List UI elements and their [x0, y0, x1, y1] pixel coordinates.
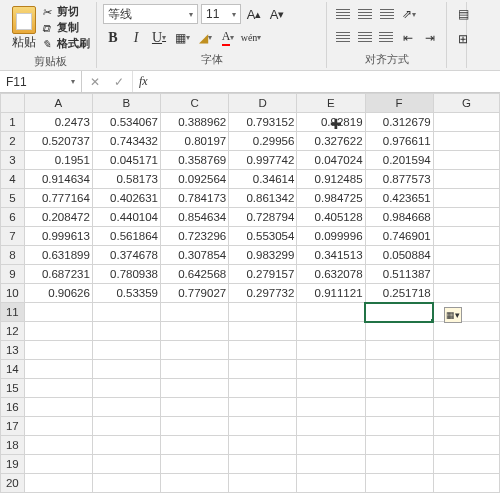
- cell-B13[interactable]: [92, 341, 160, 360]
- cell-B14[interactable]: [92, 360, 160, 379]
- cell-G2[interactable]: [433, 132, 499, 151]
- italic-button[interactable]: I: [126, 28, 146, 48]
- cell-G10[interactable]: [433, 284, 499, 303]
- format-painter-button[interactable]: ✎格式刷: [42, 36, 90, 51]
- cell-A16[interactable]: [24, 398, 92, 417]
- cell-C9[interactable]: 0.642568: [161, 265, 229, 284]
- merge-button[interactable]: ⊞: [453, 29, 473, 49]
- cell-E12[interactable]: [297, 322, 365, 341]
- cell-G17[interactable]: [433, 417, 499, 436]
- cell-E19[interactable]: [297, 455, 365, 474]
- copy-button[interactable]: ⧉复制: [42, 20, 90, 35]
- cell-B7[interactable]: 0.561864: [92, 227, 160, 246]
- bold-button[interactable]: B: [103, 28, 123, 48]
- cell-F11[interactable]: [365, 303, 433, 322]
- cell-A8[interactable]: 0.631899: [24, 246, 92, 265]
- cell-E2[interactable]: 0.327622: [297, 132, 365, 151]
- name-box[interactable]: F11▾: [0, 71, 82, 92]
- row-header-5[interactable]: 5: [1, 189, 25, 208]
- indent-right-button[interactable]: ⇥: [420, 28, 440, 48]
- cell-A20[interactable]: [24, 474, 92, 493]
- row-header-4[interactable]: 4: [1, 170, 25, 189]
- cell-E16[interactable]: [297, 398, 365, 417]
- cell-G18[interactable]: [433, 436, 499, 455]
- formula-bar[interactable]: [154, 71, 500, 92]
- cell-D20[interactable]: [229, 474, 297, 493]
- cell-D12[interactable]: [229, 322, 297, 341]
- align-top-button[interactable]: [333, 4, 353, 24]
- cell-A10[interactable]: 0.90626: [24, 284, 92, 303]
- cell-F2[interactable]: 0.976611: [365, 132, 433, 151]
- font-name-select[interactable]: 等线▾: [103, 4, 198, 24]
- cell-D7[interactable]: 0.553054: [229, 227, 297, 246]
- cell-G3[interactable]: [433, 151, 499, 170]
- paste-options-button[interactable]: ▦▾: [444, 307, 462, 323]
- row-header-8[interactable]: 8: [1, 246, 25, 265]
- cell-E7[interactable]: 0.099996: [297, 227, 365, 246]
- cell-G4[interactable]: [433, 170, 499, 189]
- row-header-6[interactable]: 6: [1, 208, 25, 227]
- cell-E6[interactable]: 0.405128: [297, 208, 365, 227]
- cell-G9[interactable]: [433, 265, 499, 284]
- cell-F7[interactable]: 0.746901: [365, 227, 433, 246]
- cell-B11[interactable]: [92, 303, 160, 322]
- cell-C7[interactable]: 0.723296: [161, 227, 229, 246]
- cell-F4[interactable]: 0.877573: [365, 170, 433, 189]
- cell-F19[interactable]: [365, 455, 433, 474]
- cell-G14[interactable]: [433, 360, 499, 379]
- cell-F9[interactable]: 0.511387: [365, 265, 433, 284]
- cell-E15[interactable]: [297, 379, 365, 398]
- row-header-20[interactable]: 20: [1, 474, 25, 493]
- cell-C8[interactable]: 0.307854: [161, 246, 229, 265]
- underline-button[interactable]: U▾: [149, 28, 169, 48]
- cell-G7[interactable]: [433, 227, 499, 246]
- cell-G15[interactable]: [433, 379, 499, 398]
- cell-A1[interactable]: 0.2473: [24, 113, 92, 132]
- row-header-2[interactable]: 2: [1, 132, 25, 151]
- cell-G19[interactable]: [433, 455, 499, 474]
- cell-B12[interactable]: [92, 322, 160, 341]
- cell-B18[interactable]: [92, 436, 160, 455]
- cell-G8[interactable]: [433, 246, 499, 265]
- row-header-10[interactable]: 10: [1, 284, 25, 303]
- cell-G16[interactable]: [433, 398, 499, 417]
- cell-F20[interactable]: [365, 474, 433, 493]
- cell-B9[interactable]: 0.780938: [92, 265, 160, 284]
- cell-D9[interactable]: 0.279157: [229, 265, 297, 284]
- cell-C18[interactable]: [161, 436, 229, 455]
- cell-E11[interactable]: [297, 303, 365, 322]
- cell-C14[interactable]: [161, 360, 229, 379]
- cell-E20[interactable]: [297, 474, 365, 493]
- cell-E17[interactable]: [297, 417, 365, 436]
- cell-D5[interactable]: 0.861342: [229, 189, 297, 208]
- cell-D1[interactable]: 0.793152: [229, 113, 297, 132]
- cell-E10[interactable]: 0.911121: [297, 284, 365, 303]
- cell-B4[interactable]: 0.58173: [92, 170, 160, 189]
- decrease-font-button[interactable]: A▾: [267, 4, 287, 24]
- cell-A7[interactable]: 0.999613: [24, 227, 92, 246]
- cell-C1[interactable]: 0.388962: [161, 113, 229, 132]
- cell-C19[interactable]: [161, 455, 229, 474]
- cell-B19[interactable]: [92, 455, 160, 474]
- cell-A17[interactable]: [24, 417, 92, 436]
- cell-E1[interactable]: 0.92819: [297, 113, 365, 132]
- row-header-19[interactable]: 19: [1, 455, 25, 474]
- cell-F13[interactable]: [365, 341, 433, 360]
- align-bottom-button[interactable]: [377, 4, 397, 24]
- cell-E4[interactable]: 0.912485: [297, 170, 365, 189]
- cell-G6[interactable]: [433, 208, 499, 227]
- cell-B6[interactable]: 0.440104: [92, 208, 160, 227]
- cell-D13[interactable]: [229, 341, 297, 360]
- row-header-9[interactable]: 9: [1, 265, 25, 284]
- align-center-button[interactable]: [355, 28, 375, 48]
- wrap-text-button[interactable]: ▤: [453, 4, 473, 24]
- cell-F10[interactable]: 0.251718: [365, 284, 433, 303]
- row-header-18[interactable]: 18: [1, 436, 25, 455]
- row-header-11[interactable]: 11: [1, 303, 25, 322]
- cell-D17[interactable]: [229, 417, 297, 436]
- cell-A4[interactable]: 0.914634: [24, 170, 92, 189]
- cell-F3[interactable]: 0.201594: [365, 151, 433, 170]
- cell-A9[interactable]: 0.687231: [24, 265, 92, 284]
- cell-A14[interactable]: [24, 360, 92, 379]
- cell-F12[interactable]: [365, 322, 433, 341]
